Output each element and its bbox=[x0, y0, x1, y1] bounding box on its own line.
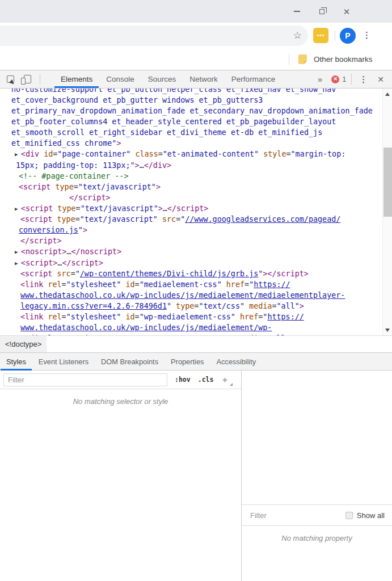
plus-icon: + bbox=[222, 374, 227, 385]
browser-menu-kebab-icon[interactable]: ⋮ bbox=[363, 30, 371, 40]
code-line[interactable]: et_smooth_scroll et_right_sidebar et_div… bbox=[0, 127, 392, 138]
code-line[interactable]: mediaelement.min.css?ver=5.0.3" type="te… bbox=[0, 333, 392, 335]
code-line[interactable]: 15px; padding-top: 113px;">…</div> bbox=[0, 160, 392, 171]
sidebar-tab-styles[interactable]: Styles bbox=[0, 353, 32, 370]
computed-pane-spacer bbox=[242, 371, 392, 504]
more-tabs-icon[interactable]: » bbox=[318, 74, 322, 84]
devtools-menu-kebab-icon[interactable]: ⋮ bbox=[359, 74, 368, 85]
devtools-tab-console[interactable]: Console bbox=[99, 70, 141, 88]
computed-filter-input[interactable] bbox=[249, 511, 311, 520]
expand-arrow-icon[interactable]: ▶ bbox=[15, 249, 21, 255]
window-restore-button[interactable] bbox=[309, 0, 334, 23]
scroll-up-icon bbox=[385, 92, 390, 96]
code-line[interactable]: ▶ <script type="text/javascript">…</scri… bbox=[0, 203, 392, 214]
breadcrumb-doctype[interactable]: <!doctype> bbox=[0, 336, 47, 352]
devtools-toolbar: ElementsConsoleSourcesNetworkPerformance… bbox=[0, 70, 392, 89]
toolbar-separator bbox=[335, 31, 335, 41]
minimize-icon bbox=[294, 11, 300, 12]
code-line[interactable]: </script> bbox=[0, 235, 392, 246]
scroll-down-icon bbox=[385, 329, 390, 332]
computed-pane: Show all No matching property bbox=[241, 371, 392, 581]
address-bar[interactable]: ☆ bbox=[0, 26, 308, 46]
styles-filter-row: :hov .cls + bbox=[0, 371, 241, 389]
scroll-up-button[interactable] bbox=[383, 89, 392, 99]
devtools-tab-elements[interactable]: Elements bbox=[54, 70, 99, 88]
code-line[interactable]: no-customize-support et_pb_button_helper… bbox=[0, 89, 392, 95]
bookmarks-separator bbox=[289, 54, 289, 65]
styles-pane: :hov .cls + No matching selector or styl… bbox=[0, 371, 241, 581]
code-line[interactable]: </script> bbox=[0, 192, 392, 203]
elements-scrollbar[interactable] bbox=[382, 89, 392, 335]
window-close-button[interactable]: ✕ bbox=[334, 0, 359, 23]
error-count[interactable]: 1 bbox=[342, 75, 346, 83]
devtools-tab-performance[interactable]: Performance bbox=[225, 70, 282, 88]
toolbar-divider bbox=[40, 74, 40, 85]
code-line[interactable]: ▶ <script>…</script> bbox=[0, 258, 392, 269]
window-titlebar: ✕ bbox=[0, 0, 392, 23]
breadcrumb-bar: <!doctype> bbox=[0, 335, 392, 352]
device-toolbar-icon[interactable] bbox=[24, 75, 31, 83]
code-line[interactable]: et_primary_nav_dropdown_animation_fade e… bbox=[0, 106, 392, 116]
dropdown-corner-icon bbox=[230, 383, 233, 386]
restore-down-icon bbox=[319, 9, 324, 14]
close-window-icon: ✕ bbox=[343, 7, 351, 16]
expand-arrow-icon[interactable]: ▶ bbox=[15, 260, 21, 266]
devtools-close-icon[interactable]: ✕ bbox=[377, 75, 384, 84]
sidebar-tab-dom-breakpoints[interactable]: DOM Breakpoints bbox=[95, 353, 165, 370]
code-line[interactable]: <link rel="stylesheet" id="mediaelement-… bbox=[0, 279, 392, 290]
sidebar-tab-event-listeners[interactable]: Event Listeners bbox=[32, 353, 95, 370]
new-style-rule-button[interactable]: + bbox=[222, 375, 230, 385]
code-line[interactable]: <script type="text/javascript"> bbox=[0, 182, 392, 192]
code-line[interactable]: et_minified_css chrome"> bbox=[0, 138, 392, 149]
show-all-checkbox[interactable] bbox=[345, 512, 353, 519]
profile-avatar[interactable]: P bbox=[340, 28, 356, 44]
code-line[interactable]: <script type="text/javascript" src="//ww… bbox=[0, 214, 392, 225]
elements-tree-content: no-customize-support et_pb_button_helper… bbox=[0, 89, 392, 335]
sidebar-tab-properties[interactable]: Properties bbox=[165, 353, 210, 370]
devtools-tab-sources[interactable]: Sources bbox=[141, 70, 183, 88]
code-line[interactable]: www.thedataschool.co.uk/wp-includes/js/m… bbox=[0, 290, 392, 301]
window-minimize-button[interactable] bbox=[284, 0, 309, 23]
element-classes-button[interactable]: .cls bbox=[198, 376, 214, 384]
code-line[interactable]: conversion.js"> bbox=[0, 225, 392, 235]
code-line[interactable]: <script src="/wp-content/themes/Divi-chi… bbox=[0, 268, 392, 279]
code-line[interactable]: www.thedataschool.co.uk/wp-includes/js/m… bbox=[0, 322, 392, 333]
sidebar-tab-strip: StylesEvent ListenersDOM BreakpointsProp… bbox=[0, 352, 392, 371]
scroll-down-button[interactable] bbox=[383, 325, 392, 335]
extension-icon[interactable]: ••• bbox=[313, 28, 328, 43]
code-line[interactable]: <!-- #page-container --> bbox=[0, 171, 392, 182]
sidebar-panes: :hov .cls + No matching selector or styl… bbox=[0, 371, 392, 581]
styles-filter-input[interactable] bbox=[3, 373, 167, 386]
bookmarks-bar: Other bookmarks bbox=[0, 49, 392, 70]
code-line[interactable]: et_cover_background et_pb_gutter windows… bbox=[0, 95, 392, 106]
extension-dots-icon: ••• bbox=[317, 33, 325, 39]
expand-arrow-icon[interactable]: ▶ bbox=[15, 151, 21, 157]
code-line[interactable]: legacy.min.css?ver=4.2.6-78496d1" type="… bbox=[0, 301, 392, 311]
toggle-element-state-button[interactable]: :hov bbox=[175, 376, 191, 384]
elements-tree[interactable]: no-customize-support et_pb_button_helper… bbox=[0, 89, 392, 335]
devtools-panel: ElementsConsoleSourcesNetworkPerformance… bbox=[0, 70, 392, 581]
other-bookmarks-folder-icon bbox=[298, 54, 307, 64]
devtools-tab-network[interactable]: Network bbox=[183, 70, 225, 88]
other-bookmarks-button[interactable]: Other bookmarks bbox=[314, 55, 373, 64]
code-line[interactable]: ▶ <noscript>…</noscript> bbox=[0, 246, 392, 258]
bookmark-star-icon[interactable]: ☆ bbox=[293, 30, 302, 41]
inspect-element-icon[interactable] bbox=[7, 75, 14, 83]
styles-empty-message: No matching selector or style bbox=[0, 397, 241, 406]
sidebar-tab-accessibility[interactable]: Accessibility bbox=[210, 353, 262, 370]
devtools-toolbar-right: » ✕ 1 ⋮ ✕ bbox=[318, 74, 392, 85]
computed-filter-row: Show all bbox=[242, 504, 392, 526]
show-all-control[interactable]: Show all bbox=[345, 511, 385, 520]
devtools-tab-strip: ElementsConsoleSourcesNetworkPerformance bbox=[54, 70, 282, 88]
code-line[interactable]: ▶ <div id="page-container" class="et-ani… bbox=[0, 149, 392, 160]
computed-empty-message: No matching property bbox=[242, 534, 392, 542]
code-line[interactable]: <link rel="stylesheet" id="wp-mediaeleme… bbox=[0, 311, 392, 322]
window-controls: ✕ bbox=[284, 0, 392, 23]
scrollbar-thumb[interactable] bbox=[383, 148, 392, 217]
code-line[interactable]: et_pb_footer_columns4 et_header_style_ce… bbox=[0, 116, 392, 127]
show-all-label: Show all bbox=[357, 511, 385, 520]
error-badge-icon[interactable]: ✕ bbox=[331, 75, 339, 83]
toolbar-divider bbox=[351, 74, 352, 85]
browser-toolbar: ☆ ••• P ⋮ bbox=[0, 23, 392, 49]
expand-arrow-icon[interactable]: ▶ bbox=[15, 205, 21, 211]
